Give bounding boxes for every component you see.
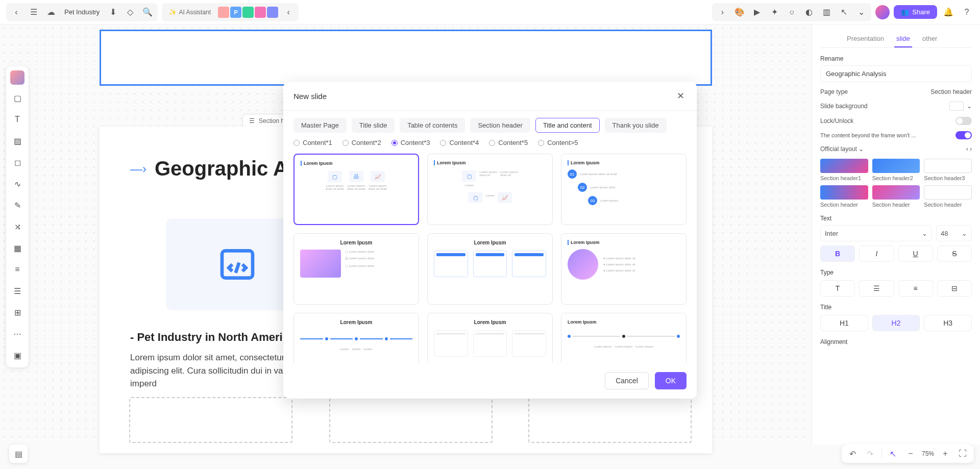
cat-master-page[interactable]: Master Page xyxy=(293,118,347,133)
content-count-row: Content*1 Content*2 Content*3 Content*4 … xyxy=(293,139,687,146)
radio-content-5[interactable]: Content*5 xyxy=(489,139,528,146)
radio-content-gt5[interactable]: Content>5 xyxy=(538,139,578,146)
radio-content-2[interactable]: Content*2 xyxy=(342,139,381,146)
template-item[interactable]: Lorem Ipusm ▢Lorem Lorem ipsumdolor sit … xyxy=(427,154,553,225)
template-item[interactable]: Lorem Ipusm xyxy=(427,233,553,305)
template-item[interactable]: Lorem Ipusm 01Lorem Ipsum dolor sit amet… xyxy=(561,154,687,225)
cat-title-slide[interactable]: Title slide xyxy=(352,118,395,133)
template-item[interactable]: Lorem Ipusm ▢Lorem ipsumdolor sit amet 品… xyxy=(293,154,419,225)
modal-title: New slide xyxy=(293,92,327,101)
cat-toc[interactable]: Table of contents xyxy=(400,118,465,133)
cancel-button[interactable]: Cancel xyxy=(605,372,649,389)
new-slide-modal: New slide ✕ Master Page Title slide Tabl… xyxy=(283,82,697,399)
category-row: Master Page Title slide Table of content… xyxy=(293,118,687,133)
template-item[interactable]: Lorem Ipusm ● Lorem ipsum dolor sit● Lor… xyxy=(561,233,687,305)
close-icon[interactable]: ✕ xyxy=(674,90,687,102)
template-grid: Lorem Ipusm ▢Lorem ipsumdolor sit amet 品… xyxy=(293,154,687,363)
radio-content-1[interactable]: Content*1 xyxy=(293,139,332,146)
template-item[interactable]: Lorem Ipusm Lorem ipsumLorem ipsumLorem … xyxy=(561,313,687,363)
template-item[interactable]: Lorem Ipusm ▢ Lorem ipsum dolor品 Lorem i… xyxy=(293,233,419,305)
cat-thank-you[interactable]: Thank you slide xyxy=(605,118,667,133)
radio-content-4[interactable]: Content*4 xyxy=(440,139,479,146)
template-item[interactable]: Lorem Ipusm LoremLoremLorem xyxy=(293,313,419,363)
cat-title-content[interactable]: Title and content xyxy=(535,118,600,133)
ok-button[interactable]: OK xyxy=(655,372,687,389)
template-item[interactable]: Lorem Ipusm xyxy=(427,313,553,363)
radio-content-3[interactable]: Content*3 xyxy=(391,139,430,146)
cat-section-header[interactable]: Section header xyxy=(470,118,530,133)
